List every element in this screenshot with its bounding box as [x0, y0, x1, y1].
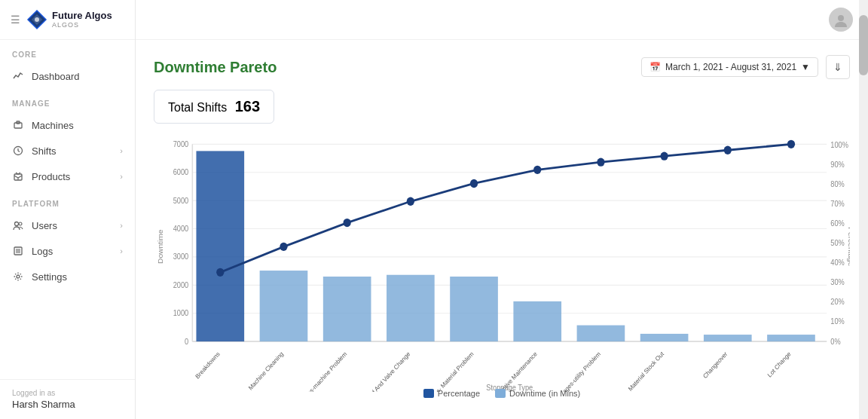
scrollbar-thumb[interactable] [859, 15, 868, 75]
svg-text:1000: 1000 [173, 309, 189, 318]
svg-point-52 [660, 152, 668, 161]
svg-rect-38 [387, 275, 435, 341]
svg-text:6000: 6000 [173, 168, 189, 177]
svg-rect-41 [577, 326, 625, 342]
sidebar-item-users[interactable]: Users › [0, 213, 135, 238]
total-shifts-value: 163 [235, 98, 260, 115]
users-icon [12, 219, 24, 231]
svg-point-49 [470, 179, 478, 188]
logo-name: Future Algos [52, 11, 112, 21]
users-chevron-icon: › [120, 221, 123, 230]
svg-rect-37 [323, 277, 371, 341]
svg-point-48 [407, 197, 414, 206]
svg-text:Material Stock Out: Material Stock Out [627, 350, 665, 392]
svg-point-51 [597, 158, 604, 166]
list-icon [12, 245, 24, 257]
svg-text:Minor Stoppages-machine Proble: Minor Stoppages-machine Problem [280, 350, 348, 392]
svg-rect-39 [450, 277, 498, 341]
logo-icon [26, 9, 47, 30]
svg-point-2 [35, 17, 39, 22]
legend-percentage: Percentage [423, 389, 480, 398]
svg-text:Changeover: Changeover [701, 350, 729, 381]
svg-text:100%: 100% [830, 140, 848, 149]
logged-in-label: Logged in as [12, 389, 123, 397]
sidebar-item-logs[interactable]: Logs › [0, 238, 135, 264]
percentage-label: Percentage [438, 389, 480, 398]
page-title: Downtime Pareto [154, 59, 277, 76]
sidebar-item-dashboard[interactable]: Dashboard [0, 63, 135, 89]
svg-point-46 [280, 243, 287, 251]
svg-point-50 [533, 166, 541, 174]
total-shifts-label: Total Shifts [168, 101, 227, 114]
activity-icon [12, 70, 24, 82]
topbar [136, 0, 868, 40]
svg-text:80%: 80% [830, 180, 845, 189]
content-header: Downtime Pareto 📅 March 1, 2021 - August… [154, 55, 850, 79]
products-chevron-icon: › [120, 172, 123, 181]
download-button[interactable]: ⇓ [826, 55, 850, 79]
svg-point-53 [724, 146, 732, 154]
logs-label: Logs [32, 246, 53, 257]
svg-text:0: 0 [185, 337, 189, 346]
svg-rect-42 [640, 334, 689, 341]
settings-label: Settings [32, 271, 67, 283]
svg-text:Minor Stoppages- Material Prob: Minor Stoppages- Material Problem [406, 350, 475, 392]
sidebar-item-machines[interactable]: Machines [0, 112, 135, 138]
main-content: Downtime Pareto 📅 March 1, 2021 - August… [136, 0, 868, 419]
machines-label: Machines [32, 120, 74, 131]
svg-text:Silicon Ped And Valve Change: Silicon Ped And Valve Change [352, 350, 412, 392]
avatar[interactable] [829, 8, 853, 32]
sidebar-item-settings[interactable]: Settings [0, 264, 135, 289]
date-range: 📅 March 1, 2021 - August 31, 2021 ▼ ⇓ [641, 55, 850, 79]
svg-text:60%: 60% [830, 219, 845, 228]
svg-rect-43 [704, 335, 752, 341]
svg-text:40%: 40% [830, 258, 845, 268]
sidebar-item-products[interactable]: Products › [0, 164, 135, 189]
svg-point-8 [15, 222, 19, 226]
svg-text:10%: 10% [830, 317, 845, 326]
svg-text:3000: 3000 [173, 252, 189, 261]
logs-chevron-icon: › [120, 246, 123, 255]
svg-point-47 [344, 219, 351, 227]
download-icon: ⇓ [833, 61, 842, 73]
content-area: Downtime Pareto 📅 March 1, 2021 - August… [136, 40, 868, 419]
svg-point-54 [787, 140, 795, 148]
svg-text:Minor Stoppages-utility Proble: Minor Stoppages-utility Problem [539, 350, 602, 392]
shifts-chevron-icon: › [120, 146, 123, 155]
user-name: Harsh Sharma [12, 399, 123, 410]
svg-rect-36 [260, 271, 308, 341]
section-manage-label: MANAGE [0, 89, 135, 112]
svg-text:Breakdowns: Breakdowns [194, 350, 222, 381]
svg-text:30%: 30% [830, 278, 845, 287]
percentage-color [423, 389, 434, 398]
svg-text:Percentage: Percentage [847, 227, 850, 266]
hamburger-icon[interactable]: ☰ [11, 14, 20, 26]
date-range-button[interactable]: 📅 March 1, 2021 - August 31, 2021 ▼ [641, 57, 818, 77]
svg-point-15 [838, 15, 844, 21]
machine-icon [12, 119, 24, 131]
users-label: Users [32, 220, 57, 231]
dashboard-label: Dashboard [32, 71, 80, 82]
products-label: Products [32, 171, 70, 182]
logo-container: Future Algos ALGOS [26, 9, 112, 30]
svg-text:Machine Cleaning: Machine Cleaning [247, 350, 285, 392]
legend-downtime: Downtime (in Mins) [495, 389, 580, 398]
chart-container: 0 1000 2000 3000 4000 5000 6000 7000 Dow… [154, 136, 850, 392]
svg-text:7000: 7000 [173, 139, 189, 148]
svg-text:50%: 50% [830, 239, 845, 248]
svg-text:70%: 70% [830, 200, 845, 209]
svg-rect-40 [513, 301, 561, 341]
svg-text:Lot Change: Lot Change [766, 350, 792, 379]
date-range-label: March 1, 2021 - August 31, 2021 [665, 62, 796, 72]
svg-point-45 [216, 268, 224, 277]
downtime-label: Downtime (in Mins) [509, 389, 580, 398]
section-platform-label: PLATFORM [0, 189, 135, 213]
svg-text:4000: 4000 [173, 225, 189, 234]
settings-icon [12, 271, 24, 283]
logo-sub: ALGOS [52, 21, 112, 29]
sidebar-item-shifts[interactable]: Shifts › [0, 138, 135, 164]
scrollbar[interactable] [859, 0, 868, 419]
shifts-label: Shifts [32, 145, 57, 157]
date-range-chevron-icon: ▼ [801, 62, 810, 72]
sidebar-footer: Logged in as Harsh Sharma [0, 379, 135, 419]
